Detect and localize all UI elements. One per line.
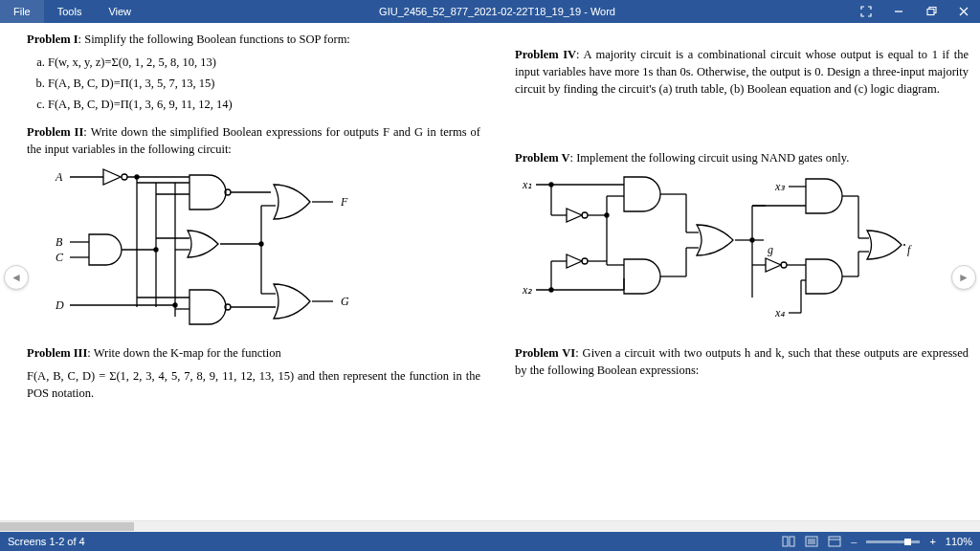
list-item: F(A, B, C, D)=Π(1, 3, 6, 9, 11, 12, 14) (48, 96, 480, 113)
problem-2-circuit: A B C D (46, 164, 480, 331)
svg-rect-78 (783, 537, 788, 546)
circuit-label-x2: x₂ (522, 283, 533, 297)
problem-3-heading: Problem III: Write down the K-map for th… (27, 344, 480, 362)
problem-2-text: : Write down the simplified Boolean expr… (27, 125, 480, 156)
zoom-value[interactable]: 110% (946, 536, 972, 547)
close-icon[interactable] (947, 0, 980, 23)
horizontal-scrollbar[interactable] (0, 520, 980, 532)
problem-3-text1: : Write down the K-map for the function (87, 346, 280, 360)
circuit-label-g: g (768, 243, 773, 256)
svg-rect-1 (927, 10, 934, 15)
problem-1-list: F(w, x, y, z)=Σ(0, 1, 2, 5, 8, 10, 13) F… (48, 54, 480, 113)
circuit-label-f: f (907, 243, 912, 256)
svg-point-32 (154, 248, 158, 252)
problem-1-text: : Simplify the following Boolean functio… (78, 33, 350, 46)
zoom-slider[interactable] (866, 540, 920, 543)
title-bar: File Tools View GIU_2456_52_877_2021-02-… (0, 0, 980, 23)
svg-point-77 (605, 213, 609, 217)
circuit-label-x3: x₃ (774, 180, 786, 193)
circuit-label-G: G (341, 295, 349, 308)
status-screens[interactable]: Screens 1-2 of 4 (8, 536, 782, 547)
circuit-label-x1: x₁ (522, 178, 532, 191)
right-column: Problem IV: A majority circuit is a comb… (515, 31, 969, 408)
svg-point-31 (135, 175, 139, 179)
problem-4-label: Problem IV (515, 48, 576, 61)
status-bar: Screens 1-2 of 4 – + 110% (0, 532, 980, 551)
problem-5-heading: Problem V: Implement the following circu… (515, 149, 969, 166)
circuit-label-F: F (340, 195, 348, 209)
problem-5-circuit: x₁ x₂ x₃ x₄ g f (519, 173, 969, 331)
problem-1-label: Problem I (27, 33, 78, 46)
page-content: Problem I: Simplify the following Boolea… (27, 31, 969, 532)
svg-point-76 (549, 288, 553, 292)
circuit-label-B: B (56, 235, 63, 249)
view-print-layout-icon[interactable] (782, 536, 795, 547)
fullscreen-icon[interactable] (850, 0, 882, 23)
window-controls (850, 0, 980, 23)
problem-2-label: Problem II (27, 125, 83, 139)
left-column: Problem I: Simplify the following Boolea… (27, 31, 480, 408)
status-right-group: – + 110% (782, 536, 972, 547)
svg-rect-84 (829, 537, 840, 546)
svg-rect-79 (790, 537, 794, 546)
problem-6-label: Problem VI (515, 346, 575, 360)
svg-point-75 (549, 183, 553, 187)
svg-point-58 (750, 238, 754, 242)
problem-6-text: : Given a circuit with two outputs h and… (515, 346, 969, 377)
view-web-layout-icon[interactable] (828, 536, 841, 547)
menu-view[interactable]: View (95, 0, 145, 23)
svg-point-34 (259, 242, 263, 246)
problem-6-heading: Problem VI: Given a circuit with two out… (515, 344, 969, 379)
main-menu: File Tools View (0, 0, 145, 23)
list-item: F(A, B, C, D)=Π(1, 3, 5, 7, 13, 15) (48, 75, 480, 92)
svg-point-5 (122, 174, 127, 180)
circuit-label-A: A (55, 170, 63, 184)
list-item: F(w, x, y, z)=Σ(0, 1, 2, 5, 8, 10, 13) (48, 54, 480, 71)
circuit-label-D: D (55, 298, 64, 312)
maximize-icon[interactable] (915, 0, 947, 23)
problem-4-text: : A majority circuit is a combinational … (515, 48, 969, 96)
problem-1-heading: Problem I: Simplify the following Boolea… (27, 31, 480, 48)
problem-4-heading: Problem IV: A majority circuit is a comb… (515, 46, 969, 98)
problem-3-text2: F(A, B, C, D) = Σ(1, 2, 3, 4, 5, 7, 8, 9… (27, 367, 480, 402)
scrollbar-thumb[interactable] (0, 522, 134, 531)
problem-3-label: Problem III (27, 346, 87, 360)
svg-point-33 (173, 303, 177, 307)
document-area[interactable]: ◄ ► Problem I: Simplify the following Bo… (0, 23, 980, 532)
zoom-plus[interactable]: + (929, 536, 935, 547)
problem-5-text: : Implement the following circuit using … (570, 151, 850, 165)
view-read-mode-icon[interactable] (805, 536, 818, 547)
circuit-label-x4: x₄ (774, 306, 785, 320)
menu-tools[interactable]: Tools (44, 0, 96, 23)
prev-page-button[interactable]: ◄ (4, 265, 29, 290)
circuit-label-C: C (56, 251, 64, 264)
problem-5-label: Problem V (515, 151, 570, 165)
menu-file[interactable]: File (0, 0, 44, 23)
document-title: GIU_2456_52_877_2021-02-22T18_19_19 - Wo… (145, 0, 850, 23)
problem-2-heading: Problem II: Write down the simplified Bo… (27, 123, 480, 158)
minimize-icon[interactable] (882, 0, 915, 23)
